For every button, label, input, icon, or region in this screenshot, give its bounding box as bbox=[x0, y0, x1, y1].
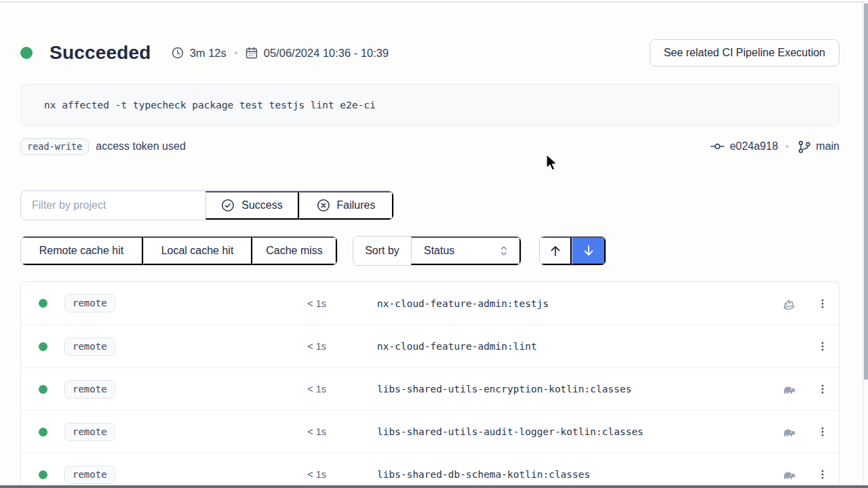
task-name: libs-shared-utils-encryption-kotlin:clas… bbox=[377, 384, 771, 394]
cache-source-badge: remote bbox=[64, 294, 115, 312]
arrow-down-icon bbox=[582, 244, 595, 258]
status-dot-success bbox=[39, 428, 47, 436]
task-duration: < 1s bbox=[307, 469, 326, 480]
status-dot-success bbox=[20, 47, 33, 59]
project-filter-group: Success Failures bbox=[20, 190, 394, 220]
vertical-scrollbar[interactable] bbox=[863, 2, 868, 485]
task-duration: < 1s bbox=[307, 426, 326, 437]
command-box: nx affected -t typecheck package test te… bbox=[20, 84, 840, 126]
check-circle-icon bbox=[221, 199, 235, 212]
run-duration-label: 3m 12s bbox=[190, 47, 226, 60]
filter-by-project-input[interactable] bbox=[21, 191, 205, 220]
sort-descending-button[interactable] bbox=[572, 237, 606, 265]
task-list: remote < 1s nx-cloud-feature-admin:testj… bbox=[20, 281, 840, 488]
access-token-text: access token used bbox=[96, 140, 186, 152]
cache-source-badge: remote bbox=[64, 466, 115, 484]
token-row: read-write access token used e024a918 ma… bbox=[20, 137, 840, 156]
kebab-icon bbox=[816, 468, 829, 481]
row-menu-button[interactable] bbox=[812, 336, 833, 357]
row-menu-button[interactable] bbox=[812, 379, 833, 399]
remote-cache-hit-button[interactable]: Remote cache hit bbox=[21, 237, 143, 265]
sort-field-value: Status bbox=[424, 245, 454, 257]
task-row[interactable]: remote < 1s libs-shared-utils-audit-logg… bbox=[21, 410, 839, 453]
gradle-icon bbox=[782, 468, 796, 482]
task-duration: < 1s bbox=[307, 298, 326, 309]
sort-group: Sort by Status bbox=[353, 236, 521, 266]
kebab-icon bbox=[816, 340, 829, 352]
separator-dot bbox=[235, 52, 237, 54]
sort-by-label: Sort by bbox=[353, 237, 411, 265]
arrow-up-icon bbox=[549, 244, 562, 258]
status-dot-success bbox=[39, 385, 47, 394]
task-name: libs-shared-db-schema-kotlin:classes bbox=[377, 469, 771, 480]
row-menu-button[interactable] bbox=[812, 464, 833, 485]
run-status-title: Succeeded bbox=[50, 42, 151, 64]
see-related-ci-pipeline-button[interactable]: See related CI Pipeline Execution bbox=[650, 39, 840, 66]
status-dot-success bbox=[39, 470, 47, 479]
cache-source-badge: remote bbox=[64, 338, 115, 356]
task-row[interactable]: remote < 1s nx-cloud-feature-admin:lint bbox=[21, 325, 839, 367]
scrollbar-thumb[interactable] bbox=[864, 3, 868, 380]
success-filter-button[interactable]: Success bbox=[205, 191, 299, 220]
run-header: Succeeded 3m 12s 05/06/2024 10:36 - 10:3… bbox=[20, 38, 840, 68]
task-row[interactable]: remote < 1s nx-cloud-feature-admin:testj… bbox=[21, 282, 839, 325]
gradle-icon bbox=[782, 425, 796, 439]
task-row[interactable]: remote < 1s libs-shared-utils-encryption… bbox=[21, 367, 839, 410]
calendar-icon bbox=[245, 47, 258, 59]
git-branch-icon bbox=[797, 140, 811, 154]
sort-row: Remote cache hit Local cache hit Cache m… bbox=[20, 236, 840, 266]
command-text: nx affected -t typecheck package test te… bbox=[44, 100, 376, 110]
x-circle-icon bbox=[317, 199, 330, 212]
kebab-icon bbox=[816, 298, 829, 310]
access-token-badge: read-write bbox=[20, 138, 89, 155]
filter-row: Success Failures bbox=[20, 190, 840, 220]
failures-filter-button[interactable]: Failures bbox=[299, 191, 393, 220]
run-date-range-label: 05/06/2024 10:36 - 10:39 bbox=[264, 47, 389, 60]
sort-ascending-button[interactable] bbox=[540, 237, 572, 265]
run-duration: 3m 12s bbox=[172, 47, 226, 60]
success-filter-label: Success bbox=[241, 199, 282, 211]
task-name: nx-cloud-feature-admin:testjs bbox=[377, 298, 771, 309]
run-date-range: 05/06/2024 10:36 - 10:39 bbox=[245, 47, 389, 60]
chevron-updown-icon bbox=[498, 245, 510, 257]
page-top-border bbox=[0, 1, 868, 3]
page-bottom-border bbox=[0, 485, 868, 488]
sort-field-select[interactable]: Status bbox=[411, 237, 521, 265]
git-commit-icon bbox=[710, 139, 725, 154]
local-cache-hit-button[interactable]: Local cache hit bbox=[143, 237, 252, 265]
task-duration: < 1s bbox=[307, 384, 326, 394]
separator-dot bbox=[786, 145, 789, 148]
gradle-icon bbox=[782, 382, 796, 396]
jest-icon bbox=[782, 296, 796, 310]
cache-source-badge: remote bbox=[64, 380, 115, 399]
task-name: libs-shared-utils-audit-logger-kotlin:cl… bbox=[377, 426, 771, 437]
status-dot-success bbox=[39, 342, 47, 351]
cache-miss-button[interactable]: Cache miss bbox=[252, 237, 337, 265]
row-menu-button[interactable] bbox=[812, 293, 833, 314]
task-name: nx-cloud-feature-admin:lint bbox=[377, 341, 771, 352]
sort-direction-group bbox=[539, 236, 606, 266]
row-menu-button[interactable] bbox=[812, 422, 833, 442]
task-row[interactable]: remote < 1s libs-shared-db-schema-kotlin… bbox=[21, 453, 839, 488]
commit-hash[interactable]: e024a918 bbox=[730, 140, 778, 152]
task-duration: < 1s bbox=[307, 341, 326, 352]
kebab-icon bbox=[816, 426, 829, 438]
clock-icon bbox=[172, 47, 184, 59]
status-dot-success bbox=[39, 299, 47, 308]
kebab-icon bbox=[816, 383, 829, 395]
cache-source-badge: remote bbox=[64, 423, 115, 441]
failures-filter-label: Failures bbox=[337, 199, 376, 211]
branch-name[interactable]: main bbox=[816, 140, 840, 152]
cache-filter-group: Remote cache hit Local cache hit Cache m… bbox=[20, 236, 338, 266]
